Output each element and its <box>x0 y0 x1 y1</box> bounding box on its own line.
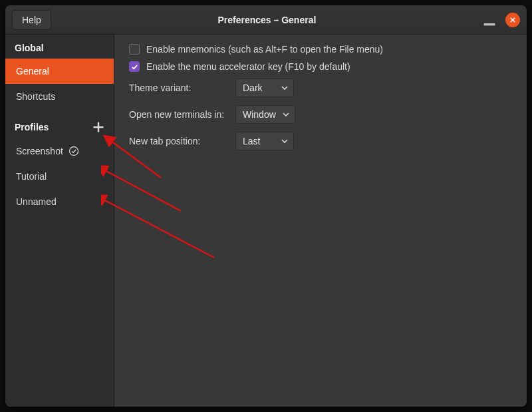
help-button-label: Help <box>22 15 41 25</box>
sidebar-profile-tutorial[interactable]: Tutorial <box>5 164 114 189</box>
window-controls <box>483 13 520 27</box>
sidebar-section-profiles: Profiles <box>5 113 114 138</box>
svg-point-5 <box>69 147 78 156</box>
minimize-button[interactable] <box>483 13 496 27</box>
chevron-down-icon <box>281 138 288 144</box>
minimize-icon <box>483 13 496 27</box>
accelerator-label: Enable the menu accelerator key (F10 by … <box>146 61 350 72</box>
sidebar-item-label: Screenshot <box>16 146 63 156</box>
sidebar: Global General Shortcuts Profiles Screen… <box>5 35 114 407</box>
new-tab-pos-row: New tab position: Last <box>129 132 512 150</box>
default-profile-icon <box>68 146 79 156</box>
check-icon <box>131 63 138 71</box>
theme-variant-row: Theme variant: Dark <box>129 79 512 97</box>
open-new-value: Window <box>243 109 276 120</box>
help-button[interactable]: Help <box>12 10 51 30</box>
sidebar-profile-unnamed[interactable]: Unnamed <box>5 189 114 214</box>
window-title: Preferences – General <box>51 15 483 25</box>
mnemonics-checkbox[interactable] <box>129 44 140 55</box>
sidebar-item-shortcuts[interactable]: Shortcuts <box>5 84 114 109</box>
sidebar-item-label: Tutorial <box>16 171 47 182</box>
accelerator-row: Enable the menu accelerator key (F10 by … <box>129 61 512 72</box>
svg-rect-0 <box>484 23 495 25</box>
sidebar-section-profiles-label: Profiles <box>15 122 49 132</box>
form-grid: Theme variant: Dark Open new terminals i… <box>129 79 512 150</box>
new-tab-pos-dropdown[interactable]: Last <box>235 132 294 150</box>
open-new-row: Open new terminals in: Window <box>129 105 512 124</box>
main-pane: Enable mnemonics (such as Alt+F to open … <box>114 35 527 407</box>
theme-variant-label: Theme variant: <box>129 83 235 93</box>
accelerator-checkbox[interactable] <box>129 61 140 72</box>
add-profile-button[interactable] <box>92 121 104 133</box>
sidebar-section-global-label: Global <box>15 43 44 53</box>
chevron-down-icon <box>281 85 288 91</box>
sidebar-item-label: Shortcuts <box>16 91 55 102</box>
sidebar-section-global: Global <box>5 35 114 59</box>
sidebar-item-general[interactable]: General <box>5 59 114 84</box>
theme-variant-value: Dark <box>243 83 263 93</box>
svg-line-8 <box>102 199 214 258</box>
new-tab-pos-label: New tab position: <box>129 136 235 146</box>
svg-line-7 <box>104 170 181 211</box>
chevron-down-icon <box>283 111 289 118</box>
preferences-window: Help Preferences – General Global Genera… <box>5 5 527 407</box>
open-new-dropdown[interactable]: Window <box>235 105 295 124</box>
close-icon <box>509 17 516 23</box>
theme-variant-dropdown[interactable]: Dark <box>235 79 294 97</box>
content-area: Global General Shortcuts Profiles Screen… <box>5 35 527 407</box>
mnemonics-row: Enable mnemonics (such as Alt+F to open … <box>129 44 512 55</box>
sidebar-item-label: General <box>16 66 49 77</box>
titlebar: Help Preferences – General <box>5 5 527 35</box>
close-button[interactable] <box>505 13 520 27</box>
sidebar-profile-screenshot[interactable]: Screenshot <box>5 138 114 164</box>
open-new-label: Open new terminals in: <box>129 109 235 120</box>
new-tab-pos-value: Last <box>243 136 260 146</box>
mnemonics-label: Enable mnemonics (such as Alt+F to open … <box>146 44 383 55</box>
sidebar-item-label: Unnamed <box>16 196 57 207</box>
annotation-arrows <box>101 131 274 304</box>
plus-icon <box>92 121 104 133</box>
